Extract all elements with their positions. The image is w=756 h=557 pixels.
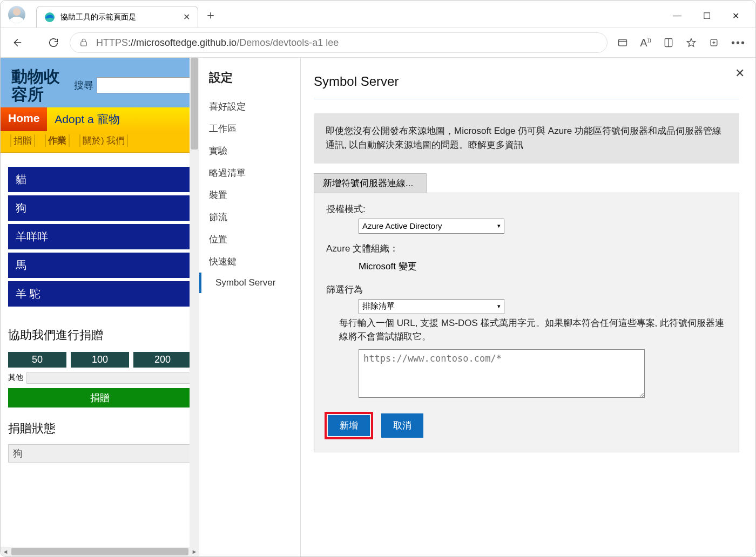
add-button-highlight: 新增	[326, 413, 372, 438]
more-icon[interactable]: •••	[731, 37, 746, 49]
chevron-down-icon: ▾	[497, 303, 501, 310]
back-button[interactable]	[10, 36, 23, 49]
secondary-nav: 捐贈 作業 關於) 我們	[1, 131, 199, 153]
window-controls: — ☐ ✕	[673, 11, 755, 28]
settings-item-experiments[interactable]: 實驗	[199, 140, 300, 162]
minimize-button[interactable]: —	[673, 11, 681, 21]
app-icon[interactable]	[617, 37, 628, 48]
scroll-left-icon[interactable]: ◄	[1, 547, 10, 556]
settings-item-devices[interactable]: 裝置	[199, 184, 300, 206]
filter-textarea[interactable]	[359, 349, 645, 398]
refresh-button[interactable]	[47, 36, 60, 49]
list-item[interactable]: 貓	[8, 167, 192, 192]
settings-item-throttling[interactable]: 節流	[199, 206, 300, 228]
edge-icon	[44, 12, 55, 23]
new-tab-button[interactable]: ＋	[205, 7, 217, 23]
other-amount-input[interactable]	[26, 372, 192, 384]
nav-about[interactable]: 關於) 我們	[79, 134, 128, 147]
page-vertical-scrollbar[interactable]	[190, 58, 199, 556]
profile-avatar[interactable]	[8, 6, 25, 23]
org-label: Azure 文體組織：	[326, 242, 727, 255]
connection-form: 授權模式: Azure Active Directory ▾ Azure 文體組…	[314, 193, 739, 452]
page-horizontal-scrollbar[interactable]: ◄ ►	[1, 547, 199, 556]
site-title: 動物收容所	[11, 67, 71, 103]
primary-nav: Home Adopt a 寵物	[1, 107, 199, 131]
url-text: HTTPS://microsoftedge.github.io/Demos/de…	[96, 37, 339, 49]
divider	[314, 99, 739, 99]
search-input[interactable]	[97, 77, 192, 93]
auth-mode-select[interactable]: Azure Active Directory ▾	[359, 219, 504, 234]
close-window-button[interactable]: ✕	[732, 11, 739, 21]
close-panel-icon[interactable]: ✕	[735, 66, 745, 80]
tab-title: 協助工具的示範頁面是	[60, 12, 178, 22]
nav-home[interactable]: Home	[1, 107, 47, 131]
collections-icon[interactable]	[708, 37, 719, 48]
animal-list: 貓 狗 羊咩咩 馬 羊 駝	[1, 153, 199, 312]
url-field[interactable]: HTTPS://microsoftedge.github.io/Demos/de…	[70, 32, 608, 53]
chevron-down-icon: ▾	[497, 222, 501, 229]
panel-heading: Symbol Server	[314, 74, 739, 89]
nav-adopt[interactable]: Adopt a 寵物	[47, 107, 127, 131]
amount-100[interactable]: 100	[71, 352, 129, 368]
address-bar: HTTPS://microsoftedge.github.io/Demos/de…	[1, 28, 755, 58]
filter-help-text: 每行輸入一個 URL, 支援 MS-DOS 樣式萬用字元。如果腳本符合任何這些專…	[339, 316, 727, 344]
filter-select[interactable]: 排除清單 ▾	[359, 299, 504, 314]
maximize-button[interactable]: ☐	[703, 11, 711, 21]
filter-label: 篩選行為	[326, 283, 727, 296]
list-item[interactable]: 馬	[8, 253, 192, 278]
settings-item-preferences[interactable]: 喜好設定	[199, 96, 300, 118]
info-box: 即使您沒有公開發布來源地圖，Microsoft Edge 仍可與 Azure 功…	[314, 113, 739, 164]
svg-rect-1	[81, 42, 87, 46]
status-value: 狗	[8, 444, 192, 463]
settings-item-symbol-server[interactable]: Symbol Server	[199, 273, 300, 293]
nav-jobs[interactable]: 作業	[45, 134, 70, 147]
settings-item-locations[interactable]: 位置	[199, 228, 300, 250]
settings-panel: ✕ Symbol Server 即使您沒有公開發布來源地圖，Microsoft …	[301, 58, 755, 556]
settings-item-shortcuts[interactable]: 快速鍵	[199, 250, 300, 273]
status-heading: 捐贈狀態	[8, 420, 192, 437]
lock-icon	[79, 38, 89, 47]
donate-button[interactable]: 捐贈	[8, 388, 192, 407]
page-header: 動物收容所 搜尋	[1, 58, 199, 107]
donate-section: 協助我們進行捐贈 50 100 200 其他 捐贈 捐贈狀態 狗	[1, 312, 199, 468]
content-area: 動物收容所 搜尋 Home Adopt a 寵物 捐贈 作業 關於) 我們 貓 …	[1, 58, 755, 556]
settings-item-workspace[interactable]: 工作區	[199, 118, 300, 140]
donate-heading: 協助我們進行捐贈	[8, 327, 192, 343]
amount-200[interactable]: 200	[133, 352, 192, 368]
other-label: 其他	[8, 373, 23, 383]
org-value: Microsoft 變更	[359, 258, 727, 275]
svg-rect-2	[619, 39, 627, 46]
scroll-right-icon[interactable]: ►	[190, 547, 199, 556]
settings-item-ignore-list[interactable]: 略過清單	[199, 162, 300, 184]
read-aloud-icon[interactable]: A))	[640, 37, 651, 49]
settings-sidebar: 設定 喜好設定 工作區 實驗 略過清單 裝置 節流 位置 快速鍵 Symbol …	[199, 58, 301, 556]
auth-mode-label: 授權模式:	[326, 203, 727, 215]
reader-icon[interactable]	[663, 37, 674, 48]
add-button[interactable]: 新增	[328, 415, 370, 436]
nav-donate[interactable]: 捐贈	[10, 134, 35, 147]
favorite-icon[interactable]	[686, 37, 697, 48]
list-item[interactable]: 狗	[8, 195, 192, 221]
browser-tab[interactable]: 協助工具的示範頁面是 ✕	[36, 6, 198, 28]
titlebar: 協助工具的示範頁面是 ✕ ＋ — ☐ ✕	[1, 1, 755, 28]
cancel-button[interactable]: 取消	[381, 413, 423, 438]
search-label: 搜尋	[74, 79, 93, 92]
close-tab-icon[interactable]: ✕	[183, 12, 190, 22]
amount-50[interactable]: 50	[8, 352, 66, 368]
form-tabstrip: 新增符號伺服器連線...	[314, 173, 739, 193]
tab-add-connection[interactable]: 新增符號伺服器連線...	[314, 173, 427, 193]
list-item[interactable]: 羊 駝	[8, 281, 192, 307]
list-item[interactable]: 羊咩咩	[8, 224, 192, 249]
settings-title: 設定	[199, 70, 300, 96]
demo-page-pane: 動物收容所 搜尋 Home Adopt a 寵物 捐贈 作業 關於) 我們 貓 …	[1, 58, 199, 556]
